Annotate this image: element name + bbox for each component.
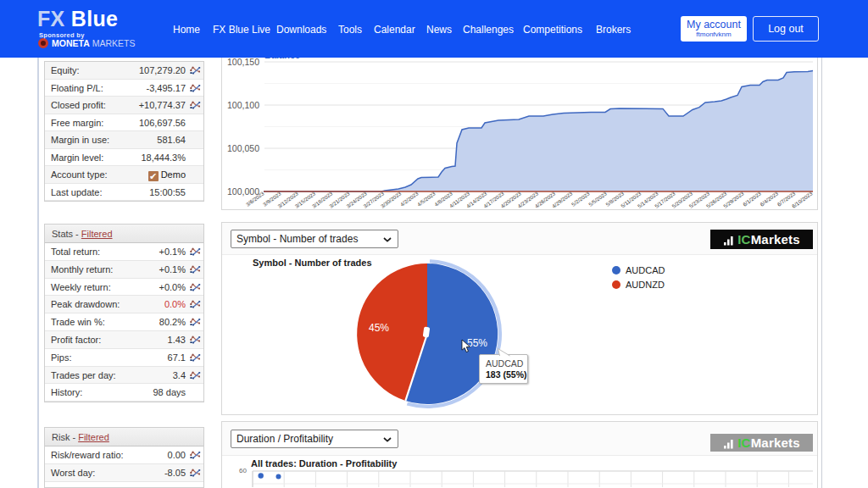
svg-text:6/4/2023: 6/4/2023 (759, 190, 779, 207)
svg-text:60: 60 (239, 467, 247, 474)
svg-text:100,100: 100,100 (227, 100, 259, 110)
svg-text:45%: 45% (369, 322, 389, 334)
svg-text:5/2/2023: 5/2/2023 (570, 190, 591, 207)
svg-text:6/1/2023: 6/1/2023 (742, 190, 762, 207)
svg-text:4/5/2023: 4/5/2023 (416, 190, 437, 207)
svg-text:5/5/2023: 5/5/2023 (587, 190, 608, 207)
svg-text:55%: 55% (467, 337, 487, 349)
svg-text:4/2/2023: 4/2/2023 (399, 190, 420, 207)
svg-text:100,150: 100,150 (227, 58, 259, 67)
svg-text:100,050: 100,050 (227, 143, 259, 153)
